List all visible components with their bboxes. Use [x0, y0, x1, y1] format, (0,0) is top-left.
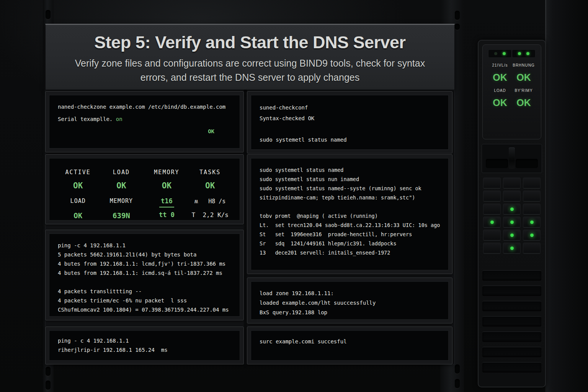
rack-led-grid	[483, 178, 541, 253]
led-strip	[512, 49, 536, 58]
terminal-line: Sr sdq 1241/449161 hlepm/ic391. laddpock…	[260, 239, 440, 248]
screenshot-root: { "header": { "title": "Step 5: Verify a…	[0, 0, 588, 392]
terminal-line: sudo systemetl status named	[260, 134, 440, 145]
terminal-box-dig-result: surc example.comi succesful	[247, 327, 452, 364]
vent-slat	[482, 286, 541, 296]
led-cell	[483, 217, 501, 227]
rack-label-row: LOAD BY'RIMY	[487, 83, 537, 93]
led-cell	[483, 191, 501, 201]
terminal-box-checkzone: naned-checkzone example.com /etc/bind/db…	[45, 91, 244, 152]
led-cell	[503, 243, 521, 253]
substatus-mem-top: t16	[144, 191, 189, 207]
terminal-line: Serial texamplle. on	[58, 114, 231, 124]
serial-status: on	[116, 116, 122, 122]
status-header-active: ACTIVE	[58, 168, 98, 177]
rail-hole	[455, 11, 460, 20]
led-indicator	[510, 247, 514, 250]
rail-hole	[46, 10, 51, 19]
terminal-line: suned-checkconf	[260, 102, 440, 113]
led-cell	[483, 178, 501, 188]
led-indicator	[526, 52, 529, 55]
terminal-line: BxS query.192.188 lop	[260, 308, 440, 317]
rack-vents	[482, 270, 541, 372]
terminal-screen: ping -c 4 192.168.1.1 5 packets 5662.191…	[49, 234, 240, 317]
terminal-box-ping-summary: ping - c 4 192.168.1.1 riherjlrip-ir 192…	[45, 327, 244, 364]
terminal-line: ping - c 4 192.168.1.1	[58, 336, 231, 345]
status-ok-active: OK	[58, 181, 98, 190]
terminal-box-checkconf: suned-checkconf Syntax-checked OK sudo s…	[247, 91, 452, 154]
rack-label: BY'RIMY	[512, 88, 536, 93]
rack-status-panel: 21IVL/s BRHNUNG OK OK LOAD BY'RIMY OK OK	[482, 44, 541, 139]
vent-slat	[482, 316, 541, 327]
led-cell	[503, 230, 521, 240]
substatus-label-memory: MEMORY	[98, 196, 144, 207]
led-cell	[503, 204, 521, 214]
rack-label-row: 21IVL/s BRHNUNG	[487, 58, 537, 67]
terminal-line: surc example.comi succesful	[260, 337, 440, 346]
status-header-memory: MEMORY	[144, 168, 189, 177]
terminal-line	[58, 278, 231, 287]
ok-status: OK	[58, 127, 231, 136]
terminal-line	[260, 202, 440, 211]
terminal-box-ping-test: ping -c 4 192.168.1.1 5 packets 5662.191…	[45, 230, 244, 320]
rack-label: LOAD	[488, 88, 512, 93]
vent-slat	[482, 362, 541, 372]
terminal-line	[260, 124, 440, 134]
rack-unit: 21IVL/s BRHNUNG OK OK LOAD BY'RIMY OK OK	[478, 40, 546, 387]
vent-slat	[482, 332, 541, 342]
led-cell	[523, 217, 541, 227]
terminal-screen: load zone 192.168.1.11: loaded example.c…	[251, 281, 449, 320]
terminal-line: 4 butes from 192.168.1.1: icmd.sq-á til-…	[58, 268, 231, 278]
terminal-line: sudo systemetl status nun inamed	[260, 175, 440, 184]
terminal-line: sitizpindiname-cam; tepb tieieh.nanma: s…	[260, 193, 440, 202]
terminal-screen: ping - c 4 192.168.1.1 riherjlrip-ir 192…	[49, 330, 240, 361]
terminal-line: sudo systemetl status named--syste (rumi…	[260, 184, 440, 193]
terminal-line: CShufmLomcav2 100.1804) = 07.398.367159.…	[58, 305, 231, 314]
terminal-screen: sudo systemetl status named sudo systeme…	[251, 158, 449, 270]
terminal-box-systemctl: sudo systemetl status named sudo systeme…	[247, 154, 452, 274]
terminal-line: naned-checkzone example.com /etc/bind/db…	[58, 102, 231, 111]
led-cell	[483, 243, 501, 253]
led-indicator	[510, 207, 514, 211]
led-indicator	[490, 220, 494, 224]
led-indicator	[530, 220, 534, 224]
rack-ok-status: OK	[512, 72, 536, 83]
mem-top-value: t16	[159, 196, 174, 207]
rack-label: 21IVL/s	[488, 63, 512, 67]
status-header-tasks: TASKS	[189, 168, 231, 177]
terminal-line: sudo systemetl status named	[260, 165, 440, 175]
led-cell	[483, 230, 501, 240]
rail-hole	[455, 24, 460, 30]
rack-slot	[516, 159, 538, 168]
rack-label: BRHNUNG	[512, 63, 536, 67]
rack-ok-status: OK	[488, 97, 512, 108]
terminal-line: riherjlrip-ir 192.168.1 165.24 ms	[58, 345, 231, 354]
rack-knob	[509, 147, 515, 169]
terminal-line: load zone 192.168.1.11:	[260, 289, 440, 298]
terminal-screen: surc example.comi succesful	[251, 330, 449, 361]
terminal-line: 4 butes from 192.168.1.1: lcmd,fjv') tri…	[58, 259, 231, 268]
rack-ok-status: OK	[488, 72, 512, 83]
terminal-line: 5 packets 5662.19161.2l1(44) byt bytes b…	[58, 250, 231, 259]
rack-frame-edge	[545, 0, 588, 392]
terminal-screen: naned-checkzone example.com /etc/bind/db…	[49, 95, 240, 149]
terminal-line: 13 dece201 servell: initails_enseed-1972	[260, 248, 440, 257]
terminal-box-load-zone: load zone 192.168.1.11: loaded example.c…	[247, 278, 452, 323]
led-indicator	[530, 234, 534, 237]
page-subtitle: Verify zone files and configurations are…	[59, 56, 441, 85]
rail-hole	[46, 381, 51, 390]
terminal-line: 4 packets triiem/ec -6% nu packet l sss	[58, 296, 231, 305]
status-ok-tasks: OK	[189, 181, 231, 190]
led-cell	[483, 204, 501, 214]
led-cell	[523, 204, 541, 214]
led-cell	[523, 191, 541, 201]
terminal-line: Lt. set trecn120.04 saob-dd8t.ca.22.13:1…	[260, 220, 440, 230]
rack-led-strips	[487, 49, 537, 58]
led-cell	[503, 191, 521, 201]
rail-hole	[455, 379, 460, 388]
rack-ok-row: OK OK	[487, 67, 537, 83]
terminal-line: tobv promt @naping ( active (running)	[260, 211, 440, 220]
status-header-load: LOAD	[98, 168, 144, 177]
rail-hole	[455, 364, 460, 374]
column-seam	[244, 90, 247, 364]
